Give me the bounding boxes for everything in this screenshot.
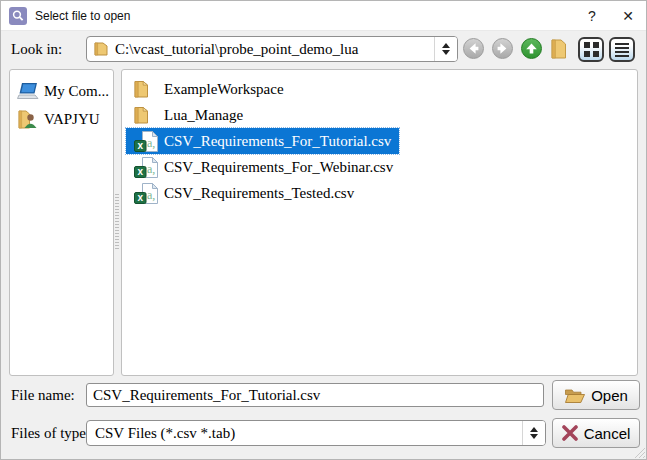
file-name-label: CSV_Requirements_For_Webinar.csv	[164, 159, 393, 176]
file-type-label: Files of type:	[11, 425, 90, 442]
cancel-button[interactable]: Cancel	[552, 418, 640, 448]
new-folder-icon	[550, 38, 567, 60]
up-arrow-icon	[525, 42, 538, 55]
places-sidebar: My Com... VAPJYU	[9, 69, 114, 376]
file-type-combobox[interactable]: CSV Files (*.csv *.tab)	[86, 420, 546, 446]
file-name-input[interactable]	[86, 383, 544, 407]
csv-file-icon: a, x	[134, 183, 158, 204]
file-name-label: CSV_Requirements_Tested.csv	[164, 185, 354, 202]
forward-arrow-icon	[496, 42, 509, 55]
svg-text:x: x	[137, 192, 143, 203]
csv-file-icon: a, x	[132, 157, 164, 178]
close-button[interactable]: ✕	[610, 1, 646, 31]
file-name-label: ExampleWorkspace	[164, 81, 284, 98]
svg-text:x: x	[137, 140, 143, 151]
svg-text:x: x	[137, 166, 143, 177]
cancel-button-label: Cancel	[584, 425, 631, 442]
open-button-label: Open	[591, 387, 628, 404]
svg-text:a,: a,	[147, 136, 155, 150]
csv-file-icon: a, x	[132, 131, 164, 152]
titlebar: Select file to open ? ✕	[1, 1, 646, 31]
splitter-handle[interactable]	[115, 194, 119, 250]
detail-view-button[interactable]	[609, 37, 635, 62]
svg-text:a,: a,	[147, 162, 155, 176]
file-name-label: CSV_Requirements_For_Tutorial.csv	[164, 133, 391, 150]
csv-file-icon: a, x	[132, 183, 164, 204]
back-arrow-icon	[467, 42, 480, 55]
folder-icon	[132, 106, 164, 124]
spinner-down-icon	[442, 50, 450, 55]
up-directory-button[interactable]	[521, 38, 542, 59]
file-row[interactable]: a, x CSV_Requirements_For_Tutorial.csv	[126, 128, 399, 154]
grid-view-icon	[584, 42, 599, 57]
back-button[interactable]	[463, 38, 484, 59]
open-folder-icon	[564, 387, 585, 404]
sidebar-item-vapjyu[interactable]: VAPJYU	[10, 105, 113, 133]
combo-spinner[interactable]	[522, 421, 545, 445]
look-in-combobox[interactable]: C:\vcast_tutorial\probe_point_demo_lua	[86, 36, 458, 62]
help-button[interactable]: ?	[574, 1, 610, 31]
window-title: Select file to open	[35, 9, 130, 23]
folder-icon	[134, 106, 149, 124]
cancel-x-icon	[562, 425, 578, 441]
sidebar-item-label: My Com...	[44, 83, 109, 100]
magnifier-app-icon	[9, 7, 27, 25]
file-row[interactable]: Lua_Manage	[126, 102, 251, 128]
sidebar-item-my-computer[interactable]: My Com...	[10, 77, 113, 105]
spinner-up-icon	[530, 427, 538, 432]
file-row[interactable]: ExampleWorkspace	[126, 76, 292, 102]
file-name-label: Lua_Manage	[164, 107, 243, 124]
new-folder-button[interactable]	[550, 38, 567, 64]
file-row[interactable]: a, x CSV_Requirements_For_Webinar.csv	[126, 154, 401, 180]
file-name-label: File name:	[11, 387, 75, 404]
file-type-value: CSV Files (*.csv *.tab)	[95, 425, 522, 442]
combo-spinner[interactable]	[434, 37, 457, 61]
look-in-path: C:\vcast_tutorial\probe_point_demo_lua	[115, 41, 434, 58]
folder-icon	[132, 80, 164, 98]
folder-icon	[94, 42, 109, 56]
csv-file-icon: a, x	[134, 131, 158, 152]
forward-button[interactable]	[492, 38, 513, 59]
file-list: ExampleWorkspace Lua_Manage a, x CSV_Req…	[121, 69, 638, 376]
computer-icon	[15, 82, 41, 101]
resize-grip[interactable]	[632, 445, 645, 458]
file-row[interactable]: a, x CSV_Requirements_Tested.csv	[126, 180, 362, 206]
list-view-icon	[615, 43, 629, 57]
svg-text:a,: a,	[147, 188, 155, 202]
file-open-dialog: Select file to open ? ✕ Look in: C:\vcas…	[0, 0, 647, 460]
spinner-down-icon	[530, 434, 538, 439]
icon-view-button[interactable]	[578, 37, 604, 62]
csv-file-icon: a, x	[134, 157, 158, 178]
folder-icon	[134, 80, 149, 98]
user-folder-icon	[15, 109, 41, 129]
spinner-up-icon	[442, 43, 450, 48]
open-button[interactable]: Open	[552, 380, 640, 410]
look-in-label: Look in:	[11, 41, 62, 58]
sidebar-item-label: VAPJYU	[44, 111, 100, 128]
